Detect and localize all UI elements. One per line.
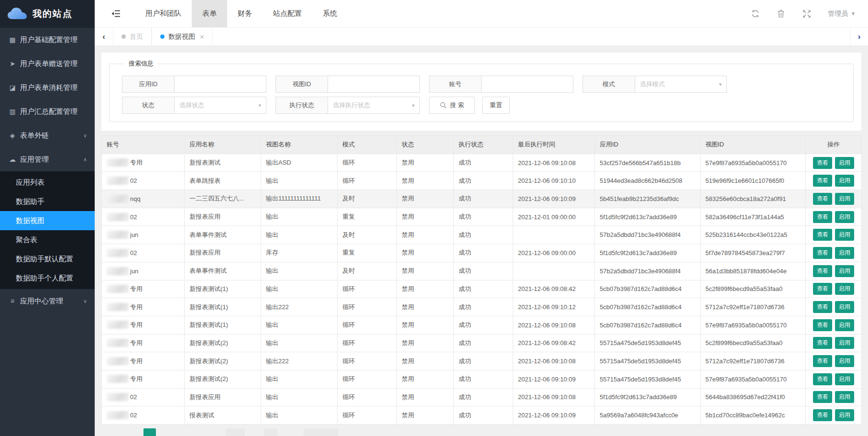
- exec-status-cell: 成功: [454, 352, 513, 370]
- redacted-text: [107, 249, 129, 257]
- app-id-cell: 5cb07b3987d162c7ad88d6c4: [595, 316, 701, 334]
- app-name-cell: 新报表测试(1): [185, 298, 261, 316]
- app-title: 我的站点: [33, 8, 73, 20]
- enable-button[interactable]: 启用: [835, 391, 854, 403]
- search-panel: 搜索信息 应用ID视图ID账号模式选择模式▾ 状态选择状态▾执行状态选择执行状态…: [101, 53, 861, 131]
- sidebar-subitem-1[interactable]: 数据助手: [0, 192, 95, 211]
- table-row: jun表单事件测试输出及时禁用成功57b2a5dbdd71bc3e490688f…: [102, 262, 862, 280]
- sidebar-submenu: 应用列表数据助手数据视图聚合表数据助手默认配置数据助手个人配置: [0, 171, 95, 289]
- chevron-down-icon: ∨: [83, 133, 87, 139]
- sidebar-item-2[interactable]: ◪用户表单消耗管理: [0, 76, 95, 100]
- search-input[interactable]: [482, 76, 573, 93]
- search-select[interactable]: 选择模式▾: [635, 76, 727, 93]
- sidebar-subitem-3[interactable]: 聚合表: [0, 230, 95, 249]
- view-button[interactable]: 查看: [813, 337, 832, 349]
- admin-dropdown[interactable]: 管理员 ▼: [828, 10, 856, 18]
- tabs-scroll-right-icon[interactable]: ›: [850, 28, 868, 45]
- fullscreen-icon[interactable]: [802, 9, 812, 19]
- topnav-item-2[interactable]: 财务: [227, 0, 263, 27]
- sidebar-item-label: 用户汇总配置管理: [20, 107, 87, 116]
- refresh-icon[interactable]: [750, 9, 760, 19]
- sidebar-subitem-5[interactable]: 数据助手个人配置: [0, 268, 95, 288]
- enable-button[interactable]: 启用: [835, 283, 854, 295]
- app-id-cell: 51944ed3ead8c662b46d2508: [595, 172, 701, 190]
- search-select[interactable]: 选择执行状态▾: [328, 97, 420, 114]
- topnav-item-4[interactable]: 系统: [312, 0, 348, 27]
- view-button[interactable]: 查看: [813, 229, 832, 241]
- account-cell: 02: [102, 406, 185, 425]
- view-button[interactable]: 查看: [813, 211, 832, 223]
- topnav-item-3[interactable]: 站点配置: [263, 0, 312, 27]
- search-input[interactable]: [175, 76, 266, 93]
- sidebar-item-5[interactable]: ☁应用管理∧: [0, 147, 95, 171]
- view-button[interactable]: 查看: [813, 193, 832, 205]
- sidebar-item-4[interactable]: ◈表单外链∨: [0, 123, 95, 147]
- select-placeholder: 选择执行状态: [333, 101, 370, 110]
- account-cell: 专用: [102, 370, 185, 388]
- sidebar-subitem-4[interactable]: 数据助手默认配置: [0, 249, 95, 268]
- search-field: 应用ID: [122, 76, 266, 93]
- reset-button[interactable]: 重置: [482, 97, 510, 114]
- enable-button[interactable]: 启用: [835, 157, 854, 169]
- enable-button[interactable]: 启用: [835, 247, 854, 259]
- actions-cell: 查看启用: [806, 262, 862, 280]
- view-button[interactable]: 查看: [813, 391, 832, 403]
- menu-icon: ≡: [9, 297, 16, 305]
- sidebar-item-0[interactable]: ▦用户基础配置管理: [0, 28, 95, 52]
- pagination-control[interactable]: [304, 428, 338, 436]
- enable-button[interactable]: 启用: [835, 337, 854, 349]
- mode-cell: 及时: [338, 226, 397, 244]
- pagination-active-page[interactable]: [143, 428, 156, 436]
- enable-button[interactable]: 启用: [835, 355, 854, 367]
- pagination-control[interactable]: [226, 428, 245, 436]
- table-row: 02表单跳报表输出循环禁用成功2021-12-06 09:10:1051944e…: [102, 172, 862, 190]
- close-icon[interactable]: ×: [200, 33, 204, 41]
- trash-icon[interactable]: [776, 9, 786, 19]
- sidebar-item-3[interactable]: ▥用户汇总配置管理: [0, 100, 95, 123]
- actions-cell: 查看启用: [806, 280, 862, 298]
- status-cell: 禁用: [397, 226, 454, 244]
- view-button[interactable]: 查看: [813, 373, 832, 385]
- view-button[interactable]: 查看: [813, 409, 832, 421]
- sidebar-item-6[interactable]: ≡应用中心管理∨: [0, 289, 95, 313]
- topnav-item-0[interactable]: 用户和团队: [135, 0, 192, 27]
- enable-button[interactable]: 启用: [835, 301, 854, 313]
- view-button[interactable]: 查看: [813, 247, 832, 259]
- view-name-cell: 输出: [261, 406, 338, 425]
- search-input[interactable]: [328, 76, 420, 93]
- enable-button[interactable]: 启用: [835, 229, 854, 241]
- view-button[interactable]: 查看: [813, 319, 832, 331]
- tab-0[interactable]: 首页: [113, 28, 152, 45]
- view-button[interactable]: 查看: [813, 175, 832, 187]
- view-button[interactable]: 查看: [813, 355, 832, 367]
- view-button[interactable]: 查看: [813, 157, 832, 169]
- enable-button[interactable]: 启用: [835, 373, 854, 385]
- enable-button[interactable]: 启用: [835, 409, 854, 421]
- view-button[interactable]: 查看: [813, 301, 832, 313]
- enable-button[interactable]: 启用: [835, 319, 854, 331]
- field-label: 状态: [122, 97, 175, 114]
- enable-button[interactable]: 启用: [835, 175, 854, 187]
- chevron-down-icon: ▾: [719, 81, 722, 88]
- sidebar-subitem-0[interactable]: 应用列表: [0, 173, 95, 192]
- view-button[interactable]: 查看: [813, 265, 832, 277]
- search-button[interactable]: 搜 索: [429, 97, 475, 114]
- tab-1[interactable]: 数据视图×: [152, 28, 213, 45]
- search-select[interactable]: 选择状态▾: [175, 97, 266, 114]
- enable-button[interactable]: 启用: [835, 211, 854, 223]
- enable-button[interactable]: 启用: [835, 193, 854, 205]
- mode-cell: 循环: [338, 316, 397, 334]
- view-name-cell: 库存: [261, 244, 338, 262]
- topnav-item-1[interactable]: 表单: [192, 0, 227, 27]
- sidebar-item-1[interactable]: ➤用户表单赠送管理: [0, 52, 95, 76]
- enable-button[interactable]: 启用: [835, 265, 854, 277]
- actions-cell: 查看启用: [806, 190, 862, 208]
- sidebar-subitem-2[interactable]: 数据视图: [0, 211, 95, 230]
- app-logo[interactable]: 我的站点: [0, 0, 95, 28]
- tabs-scroll-left-icon[interactable]: ‹: [95, 28, 113, 45]
- actions-cell: 查看启用: [806, 370, 862, 388]
- view-button[interactable]: 查看: [813, 283, 832, 295]
- sidebar-collapse-icon[interactable]: [110, 8, 121, 20]
- pagination-control[interactable]: [264, 428, 277, 436]
- app-name-cell: 报表测试: [185, 406, 261, 425]
